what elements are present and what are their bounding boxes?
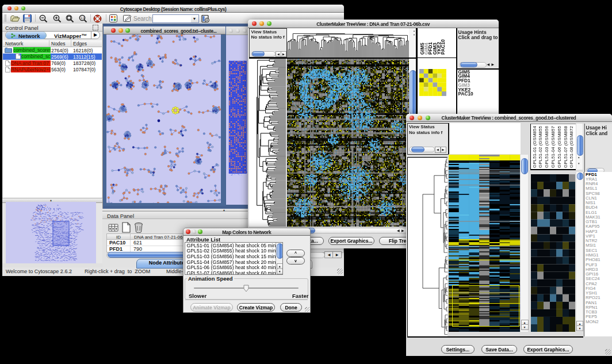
svg-text:1:1: 1:1: [81, 16, 85, 20]
